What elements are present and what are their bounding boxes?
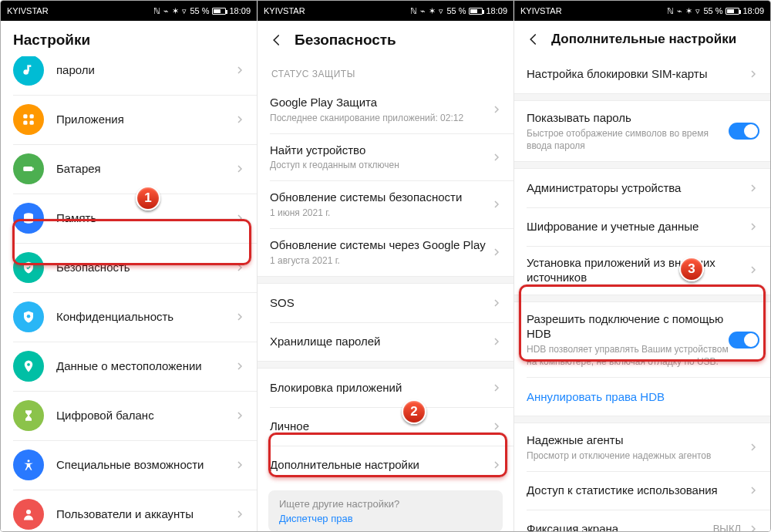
chevron-right-icon [490, 297, 503, 309]
chevron-right-icon [490, 151, 503, 163]
security-item-more-settings[interactable]: Дополнительные настройки [258, 446, 513, 484]
key-icon [13, 56, 44, 86]
settings-item-storage[interactable]: Память [1, 194, 257, 243]
svg-rect-2 [29, 65, 32, 67]
item-screen-pin[interactable]: Фиксация экрана ВЫКЛ [514, 510, 770, 531]
screen-more-security: KYIVSTAR ℕ⌁✶▿55 %18:09 Дополнительные на… [514, 1, 770, 531]
apps-icon [13, 104, 44, 135]
chevron-right-icon [234, 163, 246, 175]
security-item-security-update[interactable]: Обновление системы безопасности1 июня 20… [258, 180, 513, 228]
settings-item-location[interactable]: Данные о местоположении [1, 342, 257, 391]
chevron-right-icon [747, 441, 759, 453]
settings-item-label: Память [56, 210, 234, 226]
settings-item-label: пароли [56, 62, 234, 78]
settings-item-users[interactable]: Пользователи и аккаунты [1, 490, 257, 531]
item-encryption[interactable]: Шифрование и учетные данные [514, 207, 770, 246]
back-button[interactable] [270, 33, 284, 47]
item-trusted-agents[interactable]: Надежные агентыПросмотр и отключение над… [514, 423, 770, 471]
svg-point-13 [26, 510, 31, 514]
chevron-right-icon [490, 382, 503, 394]
accessibility-icon [13, 450, 44, 480]
chevron-right-icon [234, 311, 246, 323]
settings-item-apps[interactable]: Приложения [1, 95, 257, 144]
chevron-right-icon [747, 523, 759, 531]
battery-pct: 55 % [190, 6, 209, 15]
chevron-right-icon [490, 420, 503, 433]
carrier-label: KYIVSTAR [520, 6, 562, 15]
item-install-external[interactable]: Установка приложений из внешних источник… [514, 246, 770, 295]
statusbar: KYIVSTAR ℕ⌁✶▿55 %18:09 [514, 1, 770, 21]
page-title: Дополнительные настройки [551, 32, 736, 47]
settings-item-privacy[interactable]: Конфиденциальность [1, 292, 257, 342]
storage-icon [13, 203, 44, 234]
item-sim-lock[interactable]: Настройка блокировки SIM-карты [514, 55, 770, 93]
chevron-right-icon [747, 264, 759, 276]
carrier-label: KYIVSTAR [264, 6, 305, 15]
chevron-right-icon [490, 198, 503, 210]
settings-item-accessibility[interactable]: Специальные возможности [1, 440, 257, 490]
shield-icon [13, 252, 44, 283]
svg-rect-5 [23, 121, 27, 125]
settings-item-label: Специальные возможности [56, 457, 234, 473]
svg-rect-6 [30, 121, 34, 125]
settings-item-label: Безопасность [56, 260, 234, 275]
chevron-right-icon [747, 221, 759, 233]
settings-item-battery[interactable]: Батарея [1, 144, 257, 194]
security-item-find-device[interactable]: Найти устройствоДоступ к геоданным отклю… [258, 133, 513, 181]
security-item-play-protect[interactable]: Google Play ЗащитаПоследнее сканирование… [258, 86, 513, 133]
chevron-right-icon [234, 212, 246, 224]
statusbar: KYIVSTAR ℕ⌁✶▿55 %18:09 [258, 1, 513, 21]
settings-item-passwords[interactable]: пароли [1, 56, 257, 95]
security-item-password-vault[interactable]: Хранилище паролей [258, 322, 513, 361]
security-item-sos[interactable]: SOS [258, 284, 513, 322]
chevron-right-icon [747, 68, 759, 80]
settings-item-label: Конфиденциальность [56, 309, 234, 325]
settings-item-label: Цифровой баланс [56, 408, 234, 423]
hourglass-icon [13, 400, 44, 431]
security-item-personal[interactable]: Личное [258, 407, 513, 446]
security-item-gplay-system[interactable]: Обновление системы через Google Play1 ав… [258, 228, 513, 276]
wifi-icon: ▿ [182, 6, 187, 16]
item-hdb-revoke[interactable]: Аннулировать права HDB [514, 377, 770, 416]
settings-item-label: Батарея [56, 161, 234, 177]
privacy-icon [13, 301, 44, 332]
svg-rect-3 [23, 114, 27, 118]
screen-settings: KYIVSTAR ℕ⌁✶ ▿ 55 % 18:09 Настройки паро… [1, 1, 258, 531]
chevron-right-icon [234, 459, 246, 471]
clock: 18:09 [229, 6, 251, 15]
location-icon [13, 351, 44, 382]
settings-item-digital-balance[interactable]: Цифровой баланс [1, 391, 257, 440]
search-other-settings[interactable]: Ищете другие настройки? Диспетчер прав [268, 490, 503, 531]
chevron-right-icon [234, 508, 246, 520]
screen-security: KYIVSTAR ℕ⌁✶▿55 %18:09 Безопасность СТАТ… [258, 1, 514, 531]
svg-rect-8 [32, 168, 34, 170]
chevron-right-icon [234, 360, 246, 372]
item-device-admins[interactable]: Администраторы устройства [514, 169, 770, 207]
user-icon [13, 499, 44, 530]
chevron-right-icon [234, 113, 246, 126]
back-button[interactable] [527, 32, 540, 46]
toggle-hdb[interactable] [729, 332, 759, 348]
item-hdb-allow[interactable]: Разрешить подключение с помощью HDBHDB п… [514, 302, 770, 377]
toggle-show-password[interactable] [729, 123, 759, 140]
chevron-right-icon [234, 261, 246, 274]
header: Настройки [1, 21, 257, 56]
security-item-app-lock[interactable]: Блокировка приложений [258, 369, 513, 407]
statusbar: KYIVSTAR ℕ⌁✶ ▿ 55 % 18:09 [1, 1, 257, 21]
chevron-right-icon [490, 103, 503, 116]
chevron-right-icon [490, 459, 503, 471]
settings-item-security[interactable]: Безопасность [1, 243, 257, 292]
item-usage-access[interactable]: Доступ к статистике использования [514, 471, 770, 510]
value-tail: ВЫКЛ [713, 523, 741, 531]
chevron-right-icon [234, 409, 246, 422]
item-show-password[interactable]: Показывать парольБыстрое отображение сим… [514, 101, 770, 161]
settings-item-label: Данные о местоположении [56, 359, 234, 374]
battery-icon [212, 8, 226, 15]
svg-rect-1 [27, 65, 29, 71]
chevron-right-icon [490, 246, 503, 258]
permission-manager-link[interactable]: Диспетчер прав [279, 513, 353, 524]
section-header: СТАТУС ЗАЩИТЫ [258, 56, 513, 86]
svg-point-12 [28, 460, 30, 462]
svg-rect-4 [30, 114, 34, 118]
chevron-right-icon [747, 484, 759, 497]
